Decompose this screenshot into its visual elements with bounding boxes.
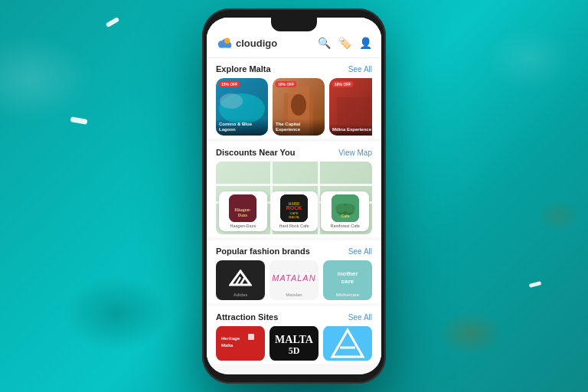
capital-label: The Capital Experience <box>273 119 325 136</box>
attraction-3-card[interactable] <box>323 326 372 361</box>
svg-text:5D: 5D <box>289 345 300 356</box>
svg-point-24 <box>335 204 346 213</box>
hard-rock-name: Hard Rock Cafe <box>279 224 309 228</box>
map-road-h1 <box>216 184 372 186</box>
search-icon[interactable]: 🔍 <box>318 37 331 49</box>
brands-row: Adidas MATALAN Matalan motherca <box>216 260 372 300</box>
svg-text:Häagen-: Häagen- <box>234 207 251 212</box>
svg-text:Malta: Malta <box>221 343 234 348</box>
rainforest-logo: Cafe <box>332 194 359 222</box>
svg-point-7 <box>220 93 243 109</box>
svg-text:Heritage: Heritage <box>221 336 240 341</box>
fashion-see-all[interactable]: See All <box>348 247 372 256</box>
fashion-title: Popular fashion brands <box>216 247 310 256</box>
explore-title: Explore Malta <box>216 64 271 74</box>
matalan-logo: MATALAN <box>270 263 318 292</box>
fashion-section: Popular fashion brands See All <box>207 240 381 303</box>
comino-label: Comino & Blue Lagoon <box>216 119 268 136</box>
matalan-card[interactable]: MATALAN Matalan <box>270 260 318 300</box>
attractions-section: Attraction Sites See All Heritage Malta <box>207 306 381 364</box>
attractions-see-all[interactable]: See All <box>348 313 372 322</box>
comino-badge: 15% OFF <box>219 81 240 87</box>
svg-rect-3 <box>219 44 232 48</box>
discount-cards-row: Häagen- Dazs Haagen-Dazs <box>219 191 369 231</box>
svg-text:MALTA: MALTA <box>275 334 314 345</box>
cloudigo-logo-icon <box>216 34 233 51</box>
explore-card-comino[interactable]: 15% OFF Comino & Blue Lagoon <box>216 78 268 136</box>
header-icons[interactable]: 🔍 🏷️ 👤 <box>318 37 372 49</box>
explore-section: Explore Malta See All <box>207 58 381 139</box>
explore-header: Explore Malta See All <box>216 64 372 74</box>
mdina-badge: 10% OFF <box>332 81 353 87</box>
explore-card-capital[interactable]: 10% OFF The Capital Experience <box>273 78 325 136</box>
explore-card-mdina[interactable]: 10% OFF Mdina Experience <box>329 78 372 136</box>
rainforest-name: Rainforest Cafe <box>331 224 360 228</box>
fashion-header: Popular fashion brands See All <box>216 247 372 256</box>
hard-rock-logo: HARD ROCK CAFE MALTA <box>280 194 308 222</box>
adidas-card[interactable]: Adidas <box>216 260 265 300</box>
matalan-name: Matalan <box>286 292 302 297</box>
phone-screen: cloudigo 🔍 🏷️ 👤 Explore Malta See All <box>207 18 381 374</box>
discounts-header: Discounts Near You View Map <box>216 148 372 157</box>
heritage-malta-card[interactable]: Heritage Malta <box>216 326 265 361</box>
logo-text: cloudigo <box>236 38 277 49</box>
rainforest-card[interactable]: Cafe Rainforest Cafe <box>321 191 369 231</box>
mothercare-card[interactable]: mothercare Mothercare <box>323 260 372 300</box>
mothercare-logo: mothercare <box>323 263 372 292</box>
discounts-title: Discounts Near You <box>216 148 296 157</box>
boat-2 <box>70 116 88 125</box>
phone-frame: cloudigo 🔍 🏷️ 👤 Explore Malta See All <box>202 8 386 384</box>
app-content: cloudigo 🔍 🏷️ 👤 Explore Malta See All <box>207 18 381 374</box>
boat-3 <box>528 281 541 288</box>
explore-see-all[interactable]: See All <box>348 65 372 74</box>
mothercare-name: Mothercare <box>336 292 359 297</box>
attractions-title: Attraction Sites <box>216 312 278 322</box>
phone-mockup: cloudigo 🔍 🏷️ 👤 Explore Malta See All <box>202 8 386 384</box>
hard-rock-card[interactable]: HARD ROCK CAFE MALTA Hard Rock Cafe <box>270 191 318 231</box>
map-container: Häagen- Dazs Haagen-Dazs <box>216 162 372 234</box>
attractions-header: Attraction Sites See All <box>216 312 372 322</box>
discounts-section: Discounts Near You View Map <box>207 142 381 237</box>
phone-notch <box>271 18 317 31</box>
malta-5d-card[interactable]: MALTA 5D <box>270 326 318 361</box>
svg-point-4 <box>224 38 230 44</box>
user-icon[interactable]: 👤 <box>359 37 372 49</box>
view-map-link[interactable]: View Map <box>338 149 372 157</box>
svg-text:Cafe: Cafe <box>341 214 349 218</box>
svg-rect-33 <box>248 334 254 340</box>
explore-scroll: 15% OFF Comino & Blue Lagoon <box>216 78 372 136</box>
svg-text:Dazs: Dazs <box>238 213 248 217</box>
adidas-name: Adidas <box>234 292 247 297</box>
haagen-dazs-name: Haagen-Dazs <box>230 224 256 228</box>
logo-area: cloudigo <box>216 34 277 51</box>
adidas-logo <box>216 263 265 292</box>
svg-point-25 <box>345 204 355 213</box>
mdina-label: Mdina Experience <box>329 124 372 136</box>
svg-text:MALTA: MALTA <box>289 215 299 219</box>
svg-text:ROCK: ROCK <box>286 205 302 211</box>
bookmark-icon[interactable]: 🏷️ <box>338 37 351 49</box>
haagen-dazs-card[interactable]: Häagen- Dazs Haagen-Dazs <box>219 191 267 231</box>
attractions-row: Heritage Malta MALTA 5D <box>216 326 372 361</box>
haagen-dazs-logo: Häagen- Dazs <box>229 194 256 222</box>
capital-badge: 10% OFF <box>276 81 296 87</box>
svg-point-11 <box>291 94 306 116</box>
boat-1 <box>106 16 120 27</box>
